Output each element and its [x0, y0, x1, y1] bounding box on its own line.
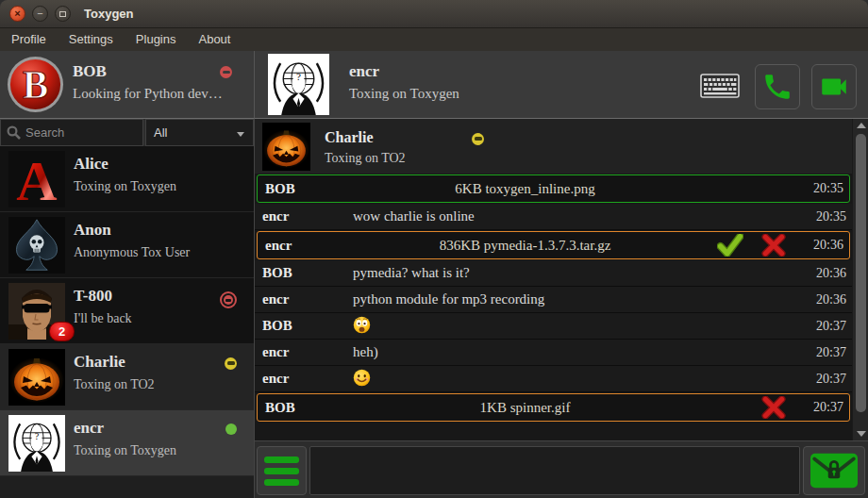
file-transfer-row: encr 836KB pymedia-1.3.7.3.tar.gz 20:36 [257, 231, 850, 259]
contact-name: Charlie [74, 353, 125, 372]
message-text [353, 313, 746, 339]
chat-message-row: encr heh) 20:37 [255, 340, 852, 366]
send-message-button[interactable] [803, 446, 865, 495]
chat-scrollbar[interactable] [852, 119, 868, 440]
typing-notification-keyboard-icon[interactable] [700, 74, 740, 98]
message-sender: BOB [262, 313, 349, 339]
contact-name: Anon [74, 221, 111, 240]
chat-peer-name: Charlie [325, 129, 374, 146]
pumpkin-avatar [262, 123, 310, 171]
scroll-up-arrow[interactable] [853, 119, 868, 132]
contact-avatar [8, 217, 65, 274]
chat-peer-away-status-icon [472, 133, 484, 145]
contact-item-charlie[interactable]: Charlie Toxing on TO2 [0, 344, 254, 410]
unread-count-badge: 2 [49, 322, 75, 341]
message-sender: encr [262, 340, 349, 365]
phone-icon [761, 71, 793, 103]
message-text: wow charlie is online [353, 204, 746, 229]
file-name-and-size: 1KB spinner.gif [352, 394, 698, 421]
message-sender: encr [262, 204, 349, 229]
self-profile-panel: B BOB Looking for Python dev… [0, 51, 255, 119]
message-text: pymedia? what is it? [353, 260, 746, 286]
message-time: 20:36 [816, 260, 846, 286]
self-busy-status-icon[interactable] [220, 66, 232, 78]
file-time: 20:37 [813, 394, 843, 421]
chat-area: Charlie Toxing on TO2 BOB 6KB toxygen_in… [255, 119, 868, 440]
file-sender: encr [265, 232, 292, 258]
self-avatar[interactable]: B [6, 55, 65, 114]
svg-text:B: B [23, 63, 49, 107]
chevron-down-icon [237, 132, 244, 137]
contact-list: A Alice Toxing on Toxygen Anon Anonymous… [0, 146, 255, 498]
online-status-icon [225, 423, 237, 435]
message-composer [255, 440, 868, 498]
search-input[interactable] [25, 125, 142, 140]
active-friend-avatar: ? [268, 54, 329, 115]
attachments-menu-button[interactable] [257, 446, 307, 495]
self-name[interactable]: BOB [73, 62, 107, 81]
secure-send-envelope-icon [809, 452, 860, 490]
videocam-icon [818, 71, 850, 103]
scroll-down-arrow[interactable] [853, 427, 868, 440]
contact-avatar: A [8, 151, 65, 208]
contact-item-anon[interactable]: Anon Anonymous Tox User [0, 212, 254, 278]
contact-name: T-800 [74, 287, 112, 306]
chat-message-row: encr python module for mp3 recording 20:… [255, 287, 852, 313]
window-title: Toxygen [84, 7, 134, 21]
active-friend-name: encr [349, 62, 379, 81]
chat-message-row: encr wow charlie is online 20:35 [255, 204, 852, 230]
search-icon [6, 124, 22, 141]
active-friend-panel: ? encr Toxing on Toxygen [255, 51, 868, 119]
window-minimize-button[interactable]: − [32, 6, 48, 22]
window-maximize-button[interactable] [55, 6, 71, 22]
alice-letter-avatar: A [8, 151, 65, 208]
contact-item-alice[interactable]: A Alice Toxing on Toxygen [0, 146, 254, 212]
message-time: 20:37 [816, 366, 846, 391]
decline-file-icon[interactable] [760, 234, 787, 257]
contact-status-message: I'll be back [74, 311, 132, 326]
menu-bar: Profile Settings Plugins About [0, 28, 868, 51]
contact-name: Alice [74, 155, 108, 174]
window-close-button[interactable]: × [9, 6, 25, 22]
file-name-and-size: 6KB toxygen_inline.png [352, 175, 698, 202]
contact-status-message: Toxing on Toxygen [74, 179, 176, 194]
file-transfer-row: BOB 6KB toxygen_inline.png 20:35 [257, 174, 850, 203]
self-status-message[interactable]: Looking for Python dev… [73, 86, 223, 102]
chat-peer-header: Charlie Toxing on TO2 [255, 119, 852, 174]
message-time: 20:35 [816, 204, 846, 229]
file-time: 20:36 [813, 232, 843, 258]
contact-item-encr[interactable]: ? encr Toxing on Toxygen [0, 410, 254, 476]
contact-filter-dropdown[interactable]: All [145, 119, 254, 146]
contact-avatar: ? [8, 415, 65, 472]
shocked-emoji [353, 316, 371, 334]
decline-file-icon[interactable] [760, 396, 787, 419]
menu-settings[interactable]: Settings [58, 28, 125, 51]
file-transfer-actions [717, 232, 787, 258]
audio-call-button[interactable] [755, 64, 800, 109]
contact-search-box[interactable] [0, 119, 143, 146]
menu-plugins[interactable]: Plugins [125, 28, 188, 51]
menu-about[interactable]: About [187, 28, 242, 51]
message-input[interactable] [309, 446, 800, 495]
contact-status-message: Toxing on Toxygen [74, 443, 176, 458]
busy-ring-status-icon [220, 291, 237, 308]
anonymous-logo-avatar: ? [268, 54, 329, 115]
scrollbar-thumb[interactable] [856, 134, 866, 412]
menu-profile[interactable]: Profile [0, 28, 58, 51]
file-time: 20:35 [813, 175, 843, 202]
video-call-button[interactable] [811, 64, 857, 109]
message-time: 20:36 [816, 287, 846, 312]
contact-status-message: Anonymous Tox User [74, 245, 190, 260]
spade-skull-avatar [8, 217, 65, 274]
contact-item-t-800[interactable]: T-800 I'll be back 2 [0, 278, 254, 344]
accept-file-icon[interactable] [717, 234, 743, 257]
sidebar-bottom-filler [0, 476, 255, 498]
contact-name: encr [74, 419, 104, 438]
message-sender: encr [262, 287, 349, 312]
chat-peer-avatar [262, 123, 310, 171]
contact-status-message: Toxing on TO2 [74, 377, 155, 392]
svg-text:?: ? [35, 431, 40, 441]
svg-text:A: A [16, 151, 57, 208]
contact-avatar [8, 349, 65, 406]
hamburger-icon [264, 456, 299, 463]
